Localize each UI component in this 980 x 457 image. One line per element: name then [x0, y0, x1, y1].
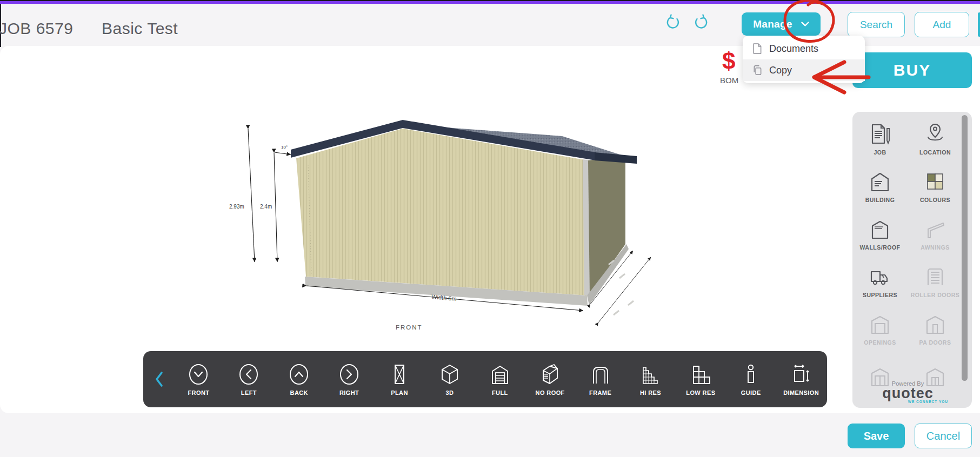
view-left-button[interactable]: LEFT	[224, 351, 274, 407]
options-sidebar: JOB LOCATION BUILDING COLOURS	[852, 112, 972, 408]
toolbar-item-label: FRONT	[188, 389, 210, 396]
sidebar-item-suppliers[interactable]: SUPPLIERS	[852, 258, 908, 305]
colours-icon	[923, 170, 947, 193]
toolbar-item-label: PLAN	[391, 389, 408, 396]
low-res-button[interactable]: LOW RES	[676, 351, 726, 407]
sidebar-item-walls-roof[interactable]: WALLS/ROOF	[852, 210, 908, 258]
openings-icon	[868, 312, 892, 336]
chevron-down-icon[interactable]	[801, 22, 809, 27]
view-front-button[interactable]: FRONT	[174, 351, 224, 407]
menu-item-copy[interactable]: Copy	[743, 59, 865, 81]
building-3d-view[interactable]: 2.93m 2.4m 10° Width 6m FRONT	[205, 100, 681, 338]
bom-label: BOM	[720, 76, 738, 85]
dimension-icon	[790, 363, 812, 386]
view-left-icon	[237, 363, 260, 386]
sidebar-item-label: SUPPLIERS	[863, 292, 897, 298]
awnings-icon	[923, 217, 947, 241]
pa-doors-icon	[923, 312, 947, 336]
dim-roof-pitch: 10°	[281, 145, 288, 150]
copy-icon	[752, 65, 762, 76]
dim-height-overall: 2.93m	[229, 204, 244, 210]
add-button[interactable]: Add	[915, 12, 969, 37]
buy-button[interactable]: BUY	[852, 52, 972, 88]
view-no-roof-icon	[539, 363, 562, 386]
roller-doors-icon	[923, 265, 947, 288]
sidebar-item-label: AWNINGS	[921, 244, 950, 251]
sidebar-item-building[interactable]: BUILDING	[852, 163, 908, 210]
guide-button[interactable]: GUIDE	[726, 351, 776, 407]
walls-roof-icon	[868, 217, 892, 241]
top-accent-bar	[0, 1, 980, 4]
toolbar-item-label: LOW RES	[686, 389, 715, 396]
manage-button[interactable]: Manage	[742, 12, 821, 36]
save-button[interactable]: Save	[848, 424, 905, 448]
search-button[interactable]: Search	[848, 12, 905, 37]
view-orientation-label: FRONT	[396, 324, 423, 331]
cancel-button[interactable]: Cancel	[915, 424, 972, 448]
sidebar-item-label: LOCATION	[919, 149, 951, 156]
manage-label: Manage	[753, 18, 792, 30]
toolbar-item-label: DIMENSION	[783, 389, 819, 396]
page-title: Basic Test	[102, 19, 178, 38]
hi-res-button[interactable]: HI RES	[625, 351, 676, 407]
dim-height-eave: 2.4m	[260, 204, 272, 210]
sidebar-item-pa-doors: PA DOORS	[908, 305, 963, 353]
toolbar-item-label: HI RES	[640, 389, 661, 396]
toolbar-item-label: FULL	[492, 389, 508, 396]
price-currency: $	[722, 48, 735, 75]
sidebar-item-roller-doors: ROLLER DOORS	[908, 258, 963, 305]
redo-icon	[693, 14, 709, 30]
job-number: JOB 6579	[0, 19, 73, 38]
redo-button[interactable]	[693, 14, 709, 30]
dimension-button[interactable]: DIMENSION	[776, 351, 826, 407]
view-full-button[interactable]: FULL	[475, 351, 525, 407]
sidebar-item-label: OPENINGS	[864, 339, 896, 346]
building-icon	[868, 170, 892, 193]
view-frame-button[interactable]: FRAME	[575, 351, 625, 407]
sidebar-item-colours[interactable]: COLOURS	[908, 163, 963, 210]
low-res-icon	[689, 363, 712, 386]
toolbar-item-label: NO ROOF	[536, 389, 565, 396]
sidebar-scrollbar[interactable]	[962, 115, 968, 381]
view-front-icon	[187, 363, 210, 386]
undo-button[interactable]	[665, 14, 681, 30]
guide-icon	[739, 363, 762, 386]
powered-by-block: Powered By quotec WE CONNECT YOU	[852, 380, 963, 404]
suppliers-icon	[868, 265, 892, 288]
menu-item-documents[interactable]: Documents	[743, 38, 865, 59]
sidebar-item-label: PA DOORS	[919, 339, 951, 346]
view-full-icon	[489, 363, 511, 386]
toolbar-collapse-chevron-icon[interactable]	[152, 369, 167, 389]
sidebar-item-label: BUILDING	[865, 197, 895, 203]
sidebar-item-awnings: AWNINGS	[908, 210, 963, 258]
view-plan-button[interactable]: PLAN	[375, 351, 425, 407]
undo-icon	[665, 14, 681, 30]
job-icon	[868, 122, 892, 146]
view-no-roof-button[interactable]: NO ROOF	[525, 351, 575, 407]
sidebar-item-label: ROLLER DOORS	[911, 292, 960, 298]
sidebar-item-job[interactable]: JOB	[852, 115, 908, 163]
location-icon	[923, 122, 947, 146]
toolbar-item-label: 3D	[445, 389, 454, 396]
view-3d-icon	[438, 363, 461, 386]
view-right-button[interactable]: RIGHT	[324, 351, 375, 407]
toolbar-item-label: FRAME	[589, 389, 611, 396]
toolbar-item-label: RIGHT	[339, 389, 359, 396]
quotec-logo: quotec	[852, 387, 963, 400]
toolbar-item-label: BACK	[290, 389, 308, 396]
view-3d-button[interactable]: 3D	[424, 351, 475, 407]
toolbar-item-label: LEFT	[241, 389, 257, 396]
sidebar-item-label: JOB	[874, 149, 886, 156]
sidebar-item-label: COLOURS	[920, 197, 950, 203]
manage-dropdown-menu: Documents Copy	[743, 36, 865, 83]
sidebar-item-location[interactable]: LOCATION	[908, 115, 963, 163]
view-toolbar: FRONT LEFT BACK RIGHT PLAN 3D	[143, 351, 827, 407]
view-back-icon	[288, 363, 310, 386]
menu-item-label: Documents	[769, 43, 818, 55]
menu-item-label: Copy	[769, 65, 792, 76]
sidebar-item-openings: OPENINGS	[852, 305, 908, 353]
clipped-edge-button	[978, 12, 980, 37]
view-back-button[interactable]: BACK	[274, 351, 324, 407]
sidebar-item-label: WALLS/ROOF	[860, 244, 901, 251]
toolbar-item-label: GUIDE	[741, 389, 761, 396]
